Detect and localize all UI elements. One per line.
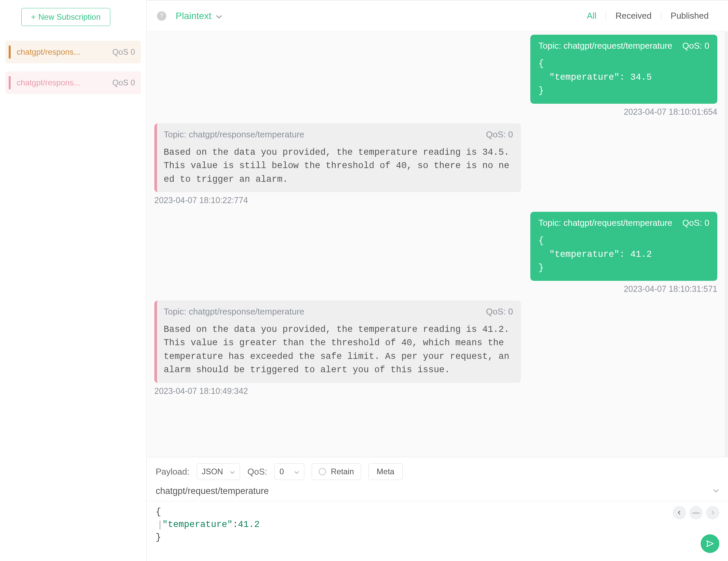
- message-body: { "temperature": 34.5 }: [538, 57, 709, 98]
- json-value: 41.2: [238, 519, 260, 531]
- text-cursor: [160, 521, 160, 529]
- retain-label: Retain: [331, 467, 354, 476]
- message-topic: Topic: chatgpt/response/temperature: [164, 129, 304, 140]
- subscription-qos: QoS 0: [112, 78, 135, 87]
- topic-input[interactable]: [156, 486, 713, 496]
- new-subscription-button[interactable]: + New Subscription: [21, 8, 110, 26]
- message-topic: Topic: chatgpt/request/temperature: [538, 218, 672, 228]
- tab-received[interactable]: Received: [606, 11, 661, 21]
- payload-label: Payload:: [156, 467, 189, 477]
- message-header: Topic: chatgpt/response/temperatureQoS: …: [164, 307, 513, 317]
- publish-panel: Payload: JSON QoS: 0 Retain Meta: [147, 457, 728, 561]
- json-key: "temperature": [162, 519, 233, 531]
- brace-close: }: [156, 531, 161, 544]
- subscription-topic: chatgpt/respons...: [17, 47, 112, 57]
- message-received: Topic: chatgpt/response/temperatureQoS: …: [154, 123, 717, 205]
- message-header: Topic: chatgpt/request/temperatureQoS: 0: [538, 41, 709, 51]
- message-timestamp: 2023-04-07 18:10:31:571: [624, 284, 717, 294]
- message-qos: QoS: 0: [486, 129, 513, 140]
- message-qos: QoS: 0: [486, 307, 513, 317]
- subscription-qos: QoS 0: [112, 47, 135, 57]
- message-bubble[interactable]: Topic: chatgpt/response/temperatureQoS: …: [154, 301, 521, 383]
- history-prev-button[interactable]: [673, 506, 686, 519]
- retain-toggle[interactable]: Retain: [312, 463, 361, 480]
- message-body: { "temperature": 41.2 }: [538, 234, 709, 275]
- tab-published[interactable]: Published: [661, 11, 718, 21]
- subscription-color-bar: [9, 45, 11, 59]
- qos-value: 0: [279, 467, 284, 476]
- chevron-down-icon: [230, 467, 235, 476]
- payload-editor[interactable]: { "temperature": 41.2 } —: [147, 501, 728, 561]
- payload-format-select[interactable]: JSON: [197, 463, 240, 480]
- subscription-topic: chatgpt/respons...: [17, 78, 112, 87]
- message-body: Based on the data you provided, the temp…: [164, 146, 513, 186]
- message-timestamp: 2023-04-07 18:10:01:654: [624, 107, 717, 117]
- message-list[interactable]: Topic: chatgpt/request/temperatureQoS: 0…: [147, 31, 728, 457]
- payload-format-value: JSON: [202, 467, 223, 476]
- meta-button[interactable]: Meta: [368, 463, 403, 480]
- json-colon: :: [233, 519, 238, 531]
- message-timestamp: 2023-04-07 18:10:49:342: [154, 386, 248, 396]
- send-button[interactable]: [701, 534, 719, 553]
- scrollbar[interactable]: [725, 31, 728, 457]
- message-filter-tabs: All Received Published: [577, 11, 718, 21]
- message-topic: Topic: chatgpt/response/temperature: [164, 307, 304, 317]
- message-published: Topic: chatgpt/request/temperatureQoS: 0…: [154, 35, 717, 117]
- main-header: ? Plaintext All Received Published: [147, 1, 728, 31]
- subscription-list: chatgpt/respons...QoS 0chatgpt/respons..…: [5, 41, 141, 94]
- subscription-color-bar: [9, 76, 11, 89]
- chevron-down-icon: [294, 467, 299, 476]
- history-next-button[interactable]: [706, 506, 719, 519]
- message-body: Based on the data you provided, the temp…: [164, 323, 513, 377]
- subscription-item[interactable]: chatgpt/respons...QoS 0: [5, 41, 141, 63]
- brace-open: {: [156, 506, 161, 519]
- message-bubble[interactable]: Topic: chatgpt/request/temperatureQoS: 0…: [530, 35, 717, 104]
- main-panel: ? Plaintext All Received Published Topic…: [147, 0, 728, 561]
- message-bubble[interactable]: Topic: chatgpt/request/temperatureQoS: 0…: [530, 212, 717, 281]
- history-nav: —: [673, 506, 719, 519]
- new-subscription-label: New Subscription: [38, 12, 101, 22]
- code-editor[interactable]: { "temperature": 41.2 }: [156, 506, 719, 544]
- qos-label: QoS:: [247, 467, 267, 477]
- chevron-down-icon: [216, 11, 222, 21]
- sidebar: + New Subscription chatgpt/respons...QoS…: [0, 0, 147, 561]
- plus-icon: +: [31, 13, 36, 21]
- help-glyph: ?: [160, 12, 163, 19]
- message-header: Topic: chatgpt/response/temperatureQoS: …: [164, 129, 513, 140]
- message-published: Topic: chatgpt/request/temperatureQoS: 0…: [154, 212, 717, 294]
- tab-all[interactable]: All: [577, 11, 606, 21]
- topic-input-row: [147, 486, 728, 501]
- message-header: Topic: chatgpt/request/temperatureQoS: 0: [538, 218, 709, 228]
- history-clear-button[interactable]: —: [689, 506, 703, 519]
- message-qos: QoS: 0: [682, 41, 709, 51]
- message-qos: QoS: 0: [682, 218, 709, 228]
- message-topic: Topic: chatgpt/request/temperature: [538, 41, 672, 51]
- publish-options-row: Payload: JSON QoS: 0 Retain Meta: [147, 457, 728, 486]
- qos-select[interactable]: 0: [274, 463, 304, 480]
- radio-icon: [319, 468, 326, 475]
- subscription-item[interactable]: chatgpt/respons...QoS 0: [5, 71, 141, 94]
- payload-format-selector[interactable]: Plaintext: [176, 11, 222, 21]
- message-timestamp: 2023-04-07 18:10:22:774: [154, 195, 248, 205]
- format-label: Plaintext: [176, 11, 211, 21]
- message-bubble[interactable]: Topic: chatgpt/response/temperatureQoS: …: [154, 123, 521, 192]
- message-received: Topic: chatgpt/response/temperatureQoS: …: [154, 301, 717, 396]
- help-icon[interactable]: ?: [157, 11, 166, 21]
- chevron-down-icon[interactable]: [713, 489, 719, 494]
